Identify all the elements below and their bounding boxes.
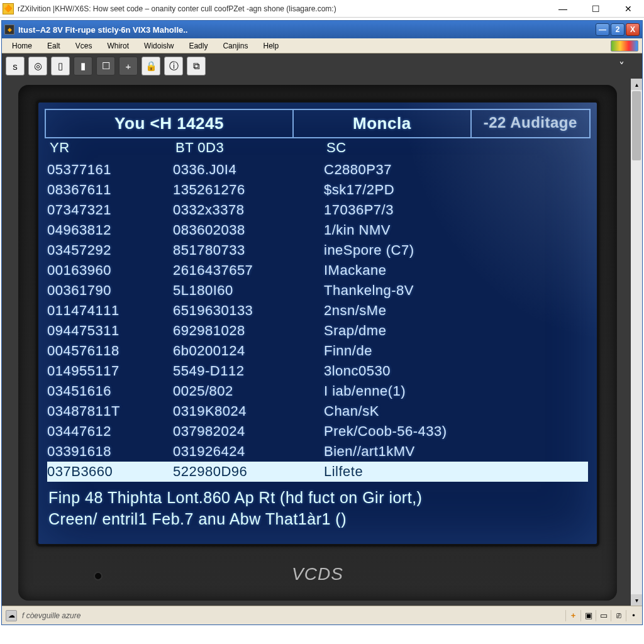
cell: 037B3660 <box>47 464 173 480</box>
footer-line-2: Creen/ entril1 Feb.7 anu Abw That1àr1 () <box>48 508 587 530</box>
app-minimize-button[interactable]: — <box>596 23 609 36</box>
table-row[interactable]: 001639602616437657IMackane <box>47 260 588 280</box>
cell: Chan/sK <box>324 403 588 419</box>
cell: 011474111 <box>47 303 173 319</box>
status-text: f còevguille azure <box>22 611 560 620</box>
toolbar-overflow-button[interactable]: ˅ <box>619 60 625 74</box>
tab-main[interactable]: You <H 14245 <box>45 109 294 137</box>
browser-title: rZXilvition |KHW/X6S: How seet code – on… <box>18 4 550 13</box>
toolbar: s◎▯▮☐+🔒ⓘ⧉ ˅ <box>2 53 642 79</box>
cell: C2880P37 <box>324 162 588 178</box>
table-row[interactable]: 094475311692981028Srap/dme <box>47 321 588 341</box>
flag-icon[interactable]: ▯ <box>51 57 70 75</box>
cell: 094475311 <box>47 323 173 339</box>
device-monitor: You <H 14245 Moncla -22 Auditage YR BT 0… <box>18 85 617 601</box>
table-row[interactable]: 034516160025/802I iab/enne(1) <box>47 381 588 401</box>
scroll-down-button[interactable]: ▾ <box>631 594 642 606</box>
table-row[interactable]: 03391618031926424Bien//art1kMV <box>47 441 588 462</box>
table-row[interactable]: 0045761186b0200124Finn/de <box>47 341 588 361</box>
device-icon[interactable]: ▮ <box>74 57 92 75</box>
vertical-scrollbar[interactable]: ▴ ▾ <box>631 79 642 606</box>
cell: 692981028 <box>173 323 324 339</box>
table-row[interactable]: 03457292851780733ineSpore (C7) <box>47 240 588 260</box>
menu-bar: HomeEaltVcesWhirotWidoislwEadlyCanjinsHe… <box>2 38 642 53</box>
data-grid: 053771610336.J0I4C2880P37083676111352612… <box>47 160 588 482</box>
table-row[interactable]: 01147411165196301332nsn/sMe <box>47 301 588 321</box>
col-sc: SC <box>326 140 591 156</box>
device-screen: You <H 14245 Moncla -22 Auditage YR BT 0… <box>36 100 599 547</box>
cell: 6b0200124 <box>173 343 324 359</box>
monitor-led-icon <box>94 572 103 580</box>
cell: 5549-D112 <box>173 363 324 379</box>
menu-home[interactable]: Home <box>6 40 38 52</box>
cell: 03457292 <box>47 242 173 258</box>
table-row[interactable]: 049638120836020381/kin NMV <box>47 220 588 240</box>
maximize-button[interactable]: ☐ <box>582 2 609 16</box>
cell: 0025/802 <box>173 383 324 399</box>
add-icon[interactable]: + <box>119 57 138 75</box>
panel-tray-icon[interactable]: ⎚ <box>611 610 623 621</box>
status-tray: +▣▭⎚• <box>565 610 638 621</box>
cell: Prek/Coob-56-433) <box>324 423 588 440</box>
menu-eadly[interactable]: Eadly <box>182 40 214 52</box>
status-icon: ☁ <box>6 610 17 621</box>
lock-icon[interactable]: 🔒 <box>142 57 160 75</box>
table-row[interactable]: 053771610336.J0I4C2880P37 <box>47 160 588 180</box>
menu-widoislw[interactable]: Widoislw <box>138 40 180 52</box>
edit-icon[interactable]: ☐ <box>96 57 115 75</box>
minimize-button[interactable]: — <box>550 2 576 16</box>
cell: Bien//art1kMV <box>324 443 588 460</box>
cell: 031926424 <box>173 443 324 460</box>
tab-moncla[interactable]: Moncla <box>294 109 471 137</box>
table-row[interactable]: 08367611135261276$sk17/2PD <box>47 180 588 200</box>
cell: 08367611 <box>47 182 173 198</box>
copy-icon[interactable]: ⧉ <box>187 57 206 75</box>
dot-tray-icon[interactable]: • <box>626 610 638 621</box>
home-icon[interactable]: s <box>6 57 25 75</box>
menu-whirot[interactable]: Whirot <box>101 40 135 52</box>
menu-ealt[interactable]: Ealt <box>41 40 67 52</box>
app-restore-button[interactable]: 2 <box>611 23 625 36</box>
cell: 014955117 <box>47 363 173 379</box>
cell: 17036P7/3 <box>324 202 588 218</box>
table-row[interactable]: 073473210332x337817036P7/3 <box>47 200 588 220</box>
screen-footer: Finp 48 Thiphta Lont.860 Ap Rt (hd fuct … <box>48 487 587 530</box>
cell: 0332x3378 <box>173 202 324 218</box>
monitor-brand: VCDS <box>292 564 343 584</box>
table-row[interactable]: 03447612037982024Prek/Coob-56-433) <box>47 421 588 441</box>
app-close-button[interactable]: X <box>626 23 640 36</box>
folder-tray-icon[interactable]: ▭ <box>596 610 608 621</box>
info-icon[interactable]: ⓘ <box>164 57 183 75</box>
app-icon: ◆ <box>4 25 14 35</box>
browser-favicon-icon: 🔶 <box>3 3 14 14</box>
app-titlebar: ◆ Itust–A2 8V Fit-rupe sticly·6n VIX3 Ma… <box>2 21 642 38</box>
menu-vces[interactable]: Vces <box>69 40 99 52</box>
cell: 851780733 <box>173 242 324 258</box>
screen-tabs: You <H 14245 Moncla -22 Auditage <box>45 109 591 137</box>
table-row[interactable]: 03487811T0319K8024Chan/sK <box>47 401 588 421</box>
cell: 1/kin NMV <box>324 222 588 238</box>
app-window: ◆ Itust–A2 8V Fit-rupe sticly·6n VIX3 Ma… <box>1 20 643 625</box>
cell: IMackane <box>324 262 588 279</box>
menu-help[interactable]: Help <box>257 40 285 52</box>
add-tray-icon[interactable]: + <box>565 610 578 621</box>
tab-auditage[interactable]: -22 Auditage <box>472 109 591 137</box>
table-row[interactable]: 0149551175549-D1123lonc0530 <box>47 361 588 381</box>
camera-tray-icon[interactable]: ▣ <box>580 610 593 621</box>
scroll-thumb[interactable] <box>632 91 641 160</box>
globe-icon[interactable]: ◎ <box>28 57 47 75</box>
cell: 07347321 <box>47 202 173 218</box>
col-yr: YR <box>50 140 175 156</box>
cell: 5L180I60 <box>173 282 324 299</box>
cell: Srap/dme <box>324 323 588 339</box>
cell: 083602038 <box>173 222 324 238</box>
scroll-up-button[interactable]: ▴ <box>631 79 642 90</box>
cell: 00361790 <box>47 282 173 299</box>
cell: 2nsn/sMe <box>324 303 588 319</box>
table-row[interactable]: 037B3660522980D96Lilfete <box>47 462 588 482</box>
cell: 6519630133 <box>173 303 324 319</box>
table-row[interactable]: 003617905L180I60Thankelng-8V <box>47 280 588 301</box>
menu-canjins[interactable]: Canjins <box>216 40 254 52</box>
close-button[interactable]: ✕ <box>615 2 641 16</box>
cell: 0336.J0I4 <box>173 162 324 178</box>
